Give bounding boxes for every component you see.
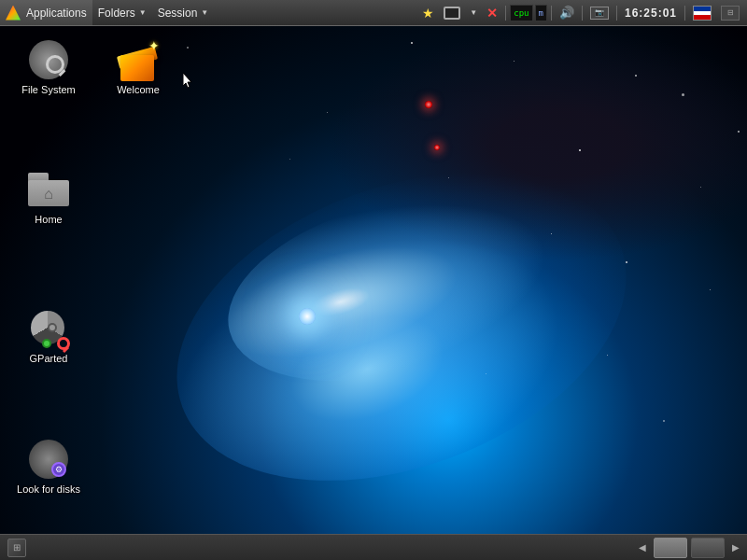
home-graphic: ⌂ [28,173,69,206]
home-icon-image: ⌂ [26,167,71,212]
gparted-label: GParted [15,353,82,365]
file-system-icon-image [26,37,71,82]
screenshot-widget[interactable]: 📷 [586,0,613,25]
file-system-icon[interactable]: File System [11,34,86,100]
cpu-label: cpu [514,8,529,18]
pager-left-icon[interactable]: ◀ [635,539,650,557]
folders-arrow: ▼ [139,8,147,17]
bottom-panel-left: ⊞ [0,539,30,557]
file-system-label: File System [15,84,82,96]
network-icon: ⊟ [721,6,740,21]
session-arrow: ▼ [201,8,208,17]
home-label: Home [15,214,82,226]
folder-body: ⌂ [28,180,69,206]
monitor-widget[interactable] [440,0,464,25]
workspace-1[interactable] [654,538,687,558]
volume-icon: 🔊 [559,6,574,20]
star-icon-button[interactable]: ★ [418,0,438,25]
desktop-icons-area: File System ✦ Welcome [11,34,176,499]
mouse-cursor [183,73,194,90]
folders-label: Folders [98,7,135,20]
gparted-magnifier [57,337,70,350]
background-comet-nucleus [299,308,316,325]
clock[interactable]: 16:25:01 [621,0,681,25]
applications-menu[interactable]: Applications [0,0,92,25]
monitor-icon [444,7,460,20]
welcome-icon-image: ✦ [116,37,161,82]
taskbar: Applications Folders ▼ Session ▼ ★ ▼ ✕ [0,0,747,26]
cpu-monitor[interactable]: cpu [510,5,532,21]
pager-right-icon[interactable]: ▶ [728,539,743,557]
tray-separator-3 [582,6,583,21]
welcome-box-body [120,55,154,81]
system-tray: ★ ▼ ✕ cpu m 🔊 [418,0,747,25]
m-label: m [539,8,543,18]
close-icon: ✕ [486,6,498,21]
show-desktop-button[interactable]: ⊞ [7,539,26,557]
memory-monitor[interactable]: m [535,5,547,21]
tb-arrow-down-button[interactable]: ▼ [466,0,481,25]
home-symbol: ⌂ [44,186,53,203]
time-display: 16:25:01 [625,7,677,20]
applications-label: Applications [26,7,87,20]
tray-separator-1 [505,6,506,21]
chevron-down-icon: ▼ [470,8,477,17]
workspace-2[interactable] [691,538,725,558]
flag-icon [693,6,712,21]
tray-separator-2 [551,6,552,21]
screenshot-icon: 📷 [590,7,609,20]
star-icon: ★ [422,6,434,21]
bottom-panel: ⊞ ◀ ▶ [0,534,747,560]
welcome-graphic: ✦ [117,38,160,81]
network-button[interactable]: ⊟ [717,0,743,25]
show-desktop-icon: ⊞ [13,542,21,553]
tray-separator-5 [684,6,685,21]
network-flag-button[interactable] [689,0,715,25]
home-icon[interactable]: ⌂ Home [11,163,86,230]
filesystem-graphic [29,40,68,79]
gparted-green-dot [42,339,51,348]
session-label: Session [158,7,198,20]
folders-menu[interactable]: Folders ▼ [92,0,152,25]
lookdisks-graphic: ⚙ [29,440,68,479]
workspace-switcher: ◀ ▶ [635,538,747,558]
welcome-icon[interactable]: ✦ Welcome [101,34,176,100]
welcome-label: Welcome [105,84,172,96]
volume-button[interactable]: 🔊 [556,0,578,25]
close-button[interactable]: ✕ [483,0,501,25]
apps-icon [6,6,21,21]
desktop: Applications Folders ▼ Session ▼ ★ ▼ ✕ [0,0,747,560]
gparted-graphic [27,307,70,350]
gear-icon: ⚙ [51,462,66,477]
welcome-star-icon: ✦ [148,38,160,53]
gparted-icon[interactable]: GParted [11,302,86,369]
gparted-icon-image [26,306,71,351]
look-for-disks-icon[interactable]: ⚙ Look for disks [11,433,86,499]
session-menu[interactable]: Session ▼ [152,0,215,25]
tray-separator-4 [616,6,617,21]
look-for-disks-label: Look for disks [15,483,82,496]
look-for-disks-icon-image: ⚙ [26,437,71,482]
